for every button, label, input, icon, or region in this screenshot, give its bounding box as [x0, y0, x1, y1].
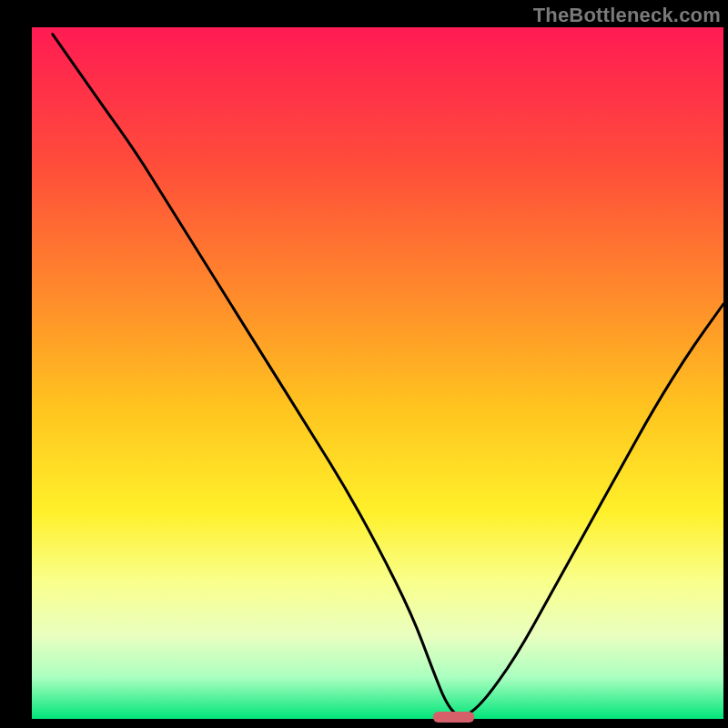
- optimal-marker: [433, 712, 475, 723]
- chart-container: TheBottleneck.com: [0, 0, 728, 728]
- bottleneck-chart: [0, 0, 728, 728]
- watermark-text: TheBottleneck.com: [533, 4, 721, 27]
- plot-background: [32, 27, 723, 719]
